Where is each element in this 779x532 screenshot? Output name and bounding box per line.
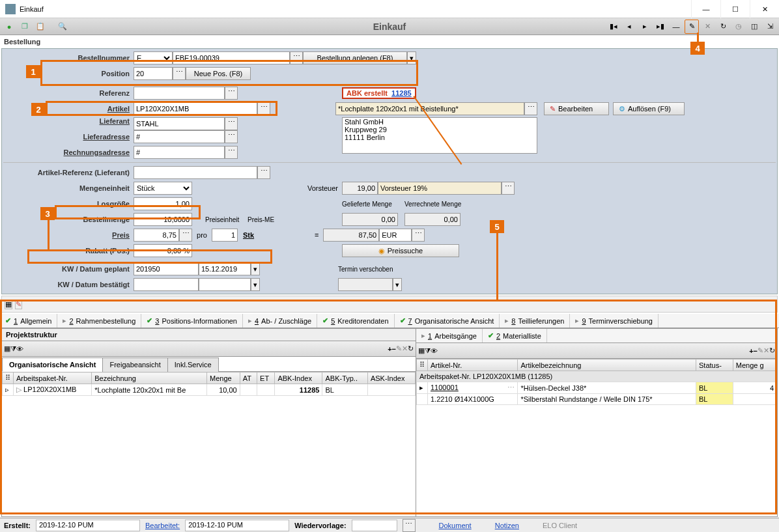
rechnungsadresse-label[interactable]: Rechnungsadresse xyxy=(3,148,134,156)
lp-filter-icon[interactable]: ⧩ xyxy=(10,344,16,353)
aufloesen-button[interactable]: ⚙Auflösen (F9) xyxy=(613,102,685,115)
tab-ab-zuschl-ge[interactable]: ▸ 4 Ab- / Zuschläge xyxy=(243,314,317,328)
abk-link[interactable]: 11285 xyxy=(391,89,412,97)
notizen-link[interactable]: Notizen xyxy=(495,522,519,529)
kwbest-kw[interactable] xyxy=(134,278,199,291)
kwbest-dd[interactable]: ▾ xyxy=(251,278,260,291)
note-icon[interactable]: ✎ xyxy=(15,300,22,309)
tab-allgemein[interactable]: ✔ 1 Allgemein xyxy=(0,314,57,328)
bestellmenge-input[interactable] xyxy=(134,213,192,226)
wiedervorlage-input[interactable] xyxy=(352,520,397,531)
lieferant-lookup[interactable]: ⋯ xyxy=(225,117,238,130)
referenz-lookup[interactable]: ⋯ xyxy=(225,87,238,100)
grid-icon[interactable]: ▦ xyxy=(5,300,12,309)
rechnungsadresse-lookup[interactable]: ⋯ xyxy=(225,146,238,159)
ok-icon[interactable]: ● xyxy=(2,20,16,34)
cube-icon[interactable]: ◫ xyxy=(747,20,761,34)
minimize-button[interactable]: — xyxy=(691,0,720,18)
refresh-icon[interactable]: ↻ xyxy=(716,20,730,34)
bestellnummer-prefix[interactable]: E xyxy=(134,51,173,64)
paste-icon[interactable]: 📋 xyxy=(33,20,48,34)
sub-tab[interactable]: Freigabeansicht xyxy=(102,357,167,372)
preissuche-button[interactable]: ◉Preissuche xyxy=(342,244,459,257)
preisme-link[interactable]: Stk xyxy=(243,231,254,239)
nav-last-icon[interactable]: ▸▮ xyxy=(653,20,668,34)
tab-organisatorische-ansicht[interactable]: ✔ 7 Organisatorische Ansicht xyxy=(395,314,500,328)
bestellung-anlegen-button[interactable]: Bestellung anlegen (F8) xyxy=(303,51,407,64)
lieferadresse-input[interactable] xyxy=(134,130,225,143)
tab-teillieferungen[interactable]: ▸ 8 Teillieferungen xyxy=(500,314,570,328)
nav-next-icon[interactable]: ▸ xyxy=(638,20,652,34)
bearbeiten-button[interactable]: ✎Bearbeiten xyxy=(544,102,609,115)
search-icon[interactable]: 🔍 xyxy=(55,20,70,34)
sub-tab[interactable]: Inkl.Service xyxy=(167,357,219,372)
preiseinheit-input[interactable] xyxy=(212,229,238,242)
rp-edit-icon[interactable]: ✎ xyxy=(758,346,763,355)
rp-filter-icon[interactable]: ⧩ xyxy=(425,346,431,355)
bestellnummer-input[interactable] xyxy=(173,51,290,64)
left-grid[interactable]: ⠿Arbeitspaket-Nr.BezeichnungMengeATETABK… xyxy=(2,372,416,516)
bestellung-anlegen-dd[interactable]: ▾ xyxy=(407,51,416,64)
rp-grid-icon[interactable]: ▦ xyxy=(418,346,425,355)
remove-icon[interactable]: — xyxy=(669,20,683,34)
preis-label[interactable]: Preis xyxy=(3,231,134,239)
wiedervorlage-lookup[interactable]: ⋯ xyxy=(403,519,416,532)
preis-cur[interactable] xyxy=(379,229,412,242)
rp-cancel-icon[interactable]: ✕ xyxy=(763,346,769,355)
cur-lookup[interactable]: ⋯ xyxy=(412,229,425,242)
lp-edit-icon[interactable]: ✎ xyxy=(396,344,402,353)
rp-refresh-icon[interactable]: ↻ xyxy=(769,346,775,355)
lp-view-icon[interactable]: 👁 xyxy=(16,345,23,353)
kwgeplant-dd[interactable]: ▾ xyxy=(251,262,260,275)
sub-tab[interactable]: ✔ 2 Materialliste xyxy=(483,329,547,343)
clock-icon[interactable]: ◷ xyxy=(731,20,746,34)
bestellnummer-lookup[interactable]: ⋯ xyxy=(290,51,303,64)
sub-tab[interactable]: ▸ 1 Arbeitsgänge xyxy=(416,329,483,343)
referenz-input[interactable] xyxy=(134,87,225,100)
preis-lookup[interactable]: ⋯ xyxy=(179,229,192,242)
lieferadresse-label[interactable]: Lieferadresse xyxy=(3,133,134,141)
nav-first-icon[interactable]: ▮◂ xyxy=(606,20,621,34)
mengeneinheit-select[interactable]: Stück xyxy=(134,182,192,195)
losgroesse-input[interactable] xyxy=(134,197,192,210)
rechnungsadresse-input[interactable] xyxy=(134,146,225,159)
rabatt-input[interactable] xyxy=(134,244,192,257)
copy-icon[interactable]: ❐ xyxy=(18,20,32,34)
lp-refresh-icon[interactable]: ↻ xyxy=(408,344,414,353)
lieferadresse-lookup[interactable]: ⋯ xyxy=(225,130,238,143)
position-input[interactable] xyxy=(134,67,173,80)
artref-input[interactable] xyxy=(134,166,257,179)
artikel-label[interactable]: Artikel xyxy=(3,105,134,113)
artikel-desc-lookup[interactable]: ⋯ xyxy=(524,102,537,115)
right-grid[interactable]: ⠿Artikel-Nr.ArtikelbezeichnungStatus-Men… xyxy=(416,359,777,516)
artikel-input[interactable] xyxy=(134,102,257,115)
rp-view-icon[interactable]: 👁 xyxy=(431,347,438,355)
bearbeitet-link[interactable]: Bearbeitet: xyxy=(145,522,180,529)
cancel-icon[interactable]: ✕ xyxy=(700,20,715,34)
lieferant-input[interactable] xyxy=(134,117,225,130)
tab-terminverschiebung[interactable]: ▸ 9 Terminverschiebung xyxy=(570,314,659,328)
neue-pos-button[interactable]: Neue Pos. (F8) xyxy=(186,67,251,80)
lp-grid-icon[interactable]: ▦ xyxy=(4,344,10,353)
export-icon[interactable]: ⇲ xyxy=(763,20,777,34)
preis-input[interactable] xyxy=(134,229,179,242)
close-button[interactable]: ✕ xyxy=(750,0,779,18)
tab-rahmenbestellung[interactable]: ▸ 2 Rahmenbestellung xyxy=(57,314,141,328)
kwgeplant-datum[interactable] xyxy=(199,262,251,275)
sub-tab[interactable]: Organisatorische Ansicht xyxy=(2,357,103,372)
vorsteuer-lookup[interactable]: ⋯ xyxy=(502,182,515,195)
maximize-button[interactable]: ☐ xyxy=(720,0,750,18)
artikel-lookup[interactable]: ⋯ xyxy=(257,102,270,115)
position-lookup[interactable]: ⋯ xyxy=(173,67,186,80)
lp-cancel-icon[interactable]: ✕ xyxy=(402,344,408,353)
lieferant-label[interactable]: Lieferant xyxy=(3,117,134,125)
dokument-link[interactable]: Dokument xyxy=(439,522,472,529)
edit-icon[interactable]: ✎ xyxy=(685,20,699,34)
kwbest-datum[interactable] xyxy=(199,278,251,291)
tab-positions-informationen[interactable]: ✔ 3 Positions-Informationen xyxy=(141,314,243,328)
kwgeplant-kw[interactable] xyxy=(134,262,199,275)
artref-lookup[interactable]: ⋯ xyxy=(257,166,270,179)
tab-kreditorendaten[interactable]: ✔ 5 Kreditorendaten xyxy=(317,314,394,328)
termin-verschoben-dd[interactable]: ▾ xyxy=(393,278,402,291)
nav-prev-icon[interactable]: ◂ xyxy=(622,20,636,34)
